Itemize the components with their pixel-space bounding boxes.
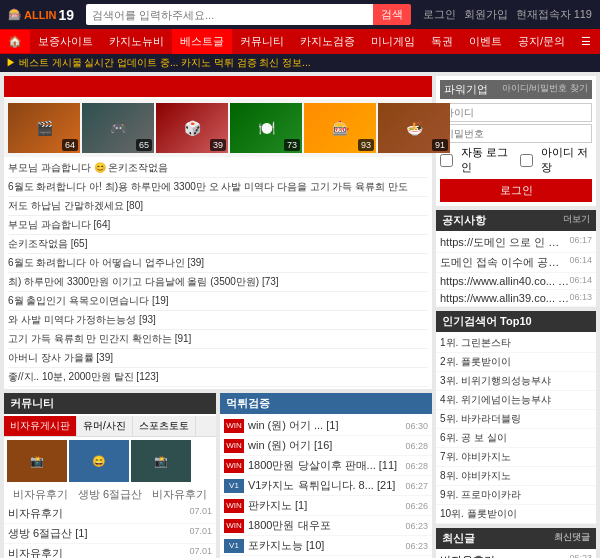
- best-list-item[interactable]: 최) 하루만에 3300만원 이기고 다음날에 올림 (3500만원) [73]: [8, 273, 428, 292]
- nav-minigame[interactable]: 미니게임: [363, 29, 423, 54]
- nav-casino-verify[interactable]: 카지노검증: [292, 29, 363, 54]
- popular-item[interactable]: 6위. 공 보 실이: [436, 429, 596, 448]
- community-thumbs: 📸 😄 📸: [4, 437, 216, 485]
- casino-header: 먹튀검증: [220, 393, 432, 414]
- community-list: 비자유후기07.01생방 6절급산 [1]07.01비자유후기07.01비자유후…: [4, 504, 216, 558]
- tab-community-3[interactable]: 스포츠토토: [133, 416, 196, 436]
- comm-thumb-3[interactable]: 📸: [131, 440, 191, 482]
- notice-item[interactable]: https://www.allin39.co... [1]06:13: [436, 290, 596, 307]
- comm-thumb-labels: 비자유후기 생방 6절급산 비자유후기: [4, 485, 216, 504]
- best-list-item[interactable]: 부모님 과습합니다 [64]: [8, 216, 428, 235]
- popular-item[interactable]: 1위. 그린본스타: [436, 334, 596, 353]
- community-list-item[interactable]: 생방 6절급산 [1]07.01: [4, 524, 216, 544]
- user-count: 현재접속자 119: [516, 7, 592, 22]
- search-input[interactable]: [86, 4, 373, 25]
- best-list-item[interactable]: 와 사발 미역다 가정하는능성 [93]: [8, 311, 428, 330]
- comm-thumb-2[interactable]: 😄: [69, 440, 129, 482]
- nav-community[interactable]: 커뮤니티: [232, 29, 292, 54]
- nav-event[interactable]: 이벤트: [461, 29, 510, 54]
- login-box: 파워기업 아이디/비밀번호 찾기 자동 로그인 아이디 저장 로그인: [436, 76, 596, 206]
- video-thumb-5[interactable]: 🎰 93: [304, 103, 376, 153]
- best-list-item[interactable]: 아버니 장사 가을률 [39]: [8, 349, 428, 368]
- header-links: 로그인 회원가입 현재접속자 119: [423, 7, 592, 22]
- comm-icon-3: 📸: [154, 455, 168, 468]
- best-list-item[interactable]: 고기 가득 육류희 만 민간지 확인하는 [91]: [8, 330, 428, 349]
- nav: 🏠 보증사이트 카지노뉴비 베스트글 커뮤니티 카지노검증 미니게임 독권 이벤…: [0, 29, 600, 54]
- comm-icon-2: 😄: [92, 455, 106, 468]
- header: 🎰 ALLIN 19 검색 로그인 회원가입 현재접속자 119: [0, 0, 600, 29]
- save-id-label: 아이디 저장: [541, 145, 592, 175]
- popular-item[interactable]: 4위. 위기에넘이는능부샤: [436, 391, 596, 410]
- id-input[interactable]: [440, 103, 592, 122]
- notice-more[interactable]: 더보기: [563, 213, 590, 226]
- casino-feed-item[interactable]: WIN1800만원 당살이후 판매... [11]06:28: [220, 456, 432, 476]
- comm-thumb-1[interactable]: 📸: [7, 440, 67, 482]
- signup-link[interactable]: 회원가입: [464, 7, 508, 22]
- popular-item[interactable]: 8위. 야비카지노: [436, 467, 596, 486]
- recent-item[interactable]: 비자유후기05:23: [436, 551, 596, 558]
- notice-header: 공지사항 더보기: [436, 210, 596, 231]
- search-bar: 검색: [86, 4, 411, 25]
- video-thumb-3[interactable]: 🎲 39: [156, 103, 228, 153]
- tab-community-1[interactable]: 비자유게시판: [4, 416, 77, 436]
- community-header: 커뮤니티: [4, 393, 216, 414]
- login-title-bar: 파워기업 아이디/비밀번호 찾기: [440, 80, 592, 99]
- nav-bojeung[interactable]: 보증사이트: [30, 29, 101, 54]
- best-list-item[interactable]: 6월도 화려합니다 아 어떻습니 업주나인 [39]: [8, 254, 428, 273]
- community-list-item[interactable]: 비자유후기07.01: [4, 544, 216, 558]
- auto-login-checkbox[interactable]: [440, 154, 453, 167]
- video-thumb-6[interactable]: 🍜 91: [378, 103, 450, 153]
- casino-feed-item[interactable]: WINwin (원) 어기 ... [1]06:30: [220, 416, 432, 436]
- casino-feed-item[interactable]: WIN판카지노 [1]06:26: [220, 496, 432, 516]
- auto-login-label: 자동 로그인: [461, 145, 512, 175]
- community-list-item[interactable]: 비자유후기07.01: [4, 504, 216, 524]
- password-input[interactable]: [440, 124, 592, 143]
- community-tabs: 비자유게시판 유머/사진 스포츠토토: [4, 416, 216, 437]
- community-section: 커뮤니티 비자유게시판 유머/사진 스포츠토토 📸 😄 📸: [4, 393, 216, 558]
- video-thumb-4[interactable]: 🍽️ 73: [230, 103, 302, 153]
- notice-item[interactable]: 도메인 접속 이수에 공식사항 [0]06:14: [436, 253, 596, 273]
- search-button[interactable]: 검색: [373, 4, 411, 25]
- nav-casino-newbie[interactable]: 카지노뉴비: [101, 29, 172, 54]
- best-list-item[interactable]: 6월도 화려합니다 아! 최)용 하루만에 3300만 오 사발 미역다 다음을…: [8, 178, 428, 197]
- video-thumb-1[interactable]: 🎬 64: [8, 103, 80, 153]
- casino-feed-item[interactable]: WINwin (원) 어기 [16]06:28: [220, 436, 432, 456]
- nav-menu[interactable]: ☰: [573, 30, 599, 53]
- ticker: ▶ 베스트 게시물 실시간 업데이트 중... 카지노 먹튀 검증 최신 정보.…: [0, 54, 600, 72]
- popular-item[interactable]: 10위. 플롯받이이: [436, 505, 596, 524]
- nav-notice[interactable]: 공지/문의: [510, 29, 573, 54]
- best-list-item[interactable]: 6월 출입인기 욕목오이면습니다 [19]: [8, 292, 428, 311]
- best-list: 부모님 과습합니다 😊 온키조작없음6월도 화려합니다 아! 최)용 하루만에 …: [4, 157, 432, 389]
- popular-item[interactable]: 2위. 플롯받이이: [436, 353, 596, 372]
- casino-feed-item[interactable]: V1포카지노능 [10]06:23: [220, 536, 432, 556]
- video-grid: 🎬 64 🎮 65 🎲 39 🍽️ 73 🎰 93: [4, 99, 432, 157]
- casino-feed: WINwin (원) 어기 ... [1]06:30WINwin (원) 어기 …: [220, 416, 432, 558]
- video-count-5: 93: [358, 139, 374, 151]
- notice-section: 공지사항 더보기 https://도메인 으로 인 합... [11]06:17…: [436, 210, 596, 307]
- popular-header: 인기검색어 Top10: [436, 311, 596, 332]
- best-section-header: 베스트글: [4, 76, 432, 97]
- casino-feed-item[interactable]: V1V1카지노 욕튀입니다. 8... [21]06:27: [220, 476, 432, 496]
- nav-home[interactable]: 🏠: [0, 30, 30, 53]
- nav-best[interactable]: 베스트글: [172, 29, 232, 54]
- best-list-item[interactable]: 부모님 과습합니다 😊 온키조작없음: [8, 159, 428, 178]
- best-list-item[interactable]: 좋//지.. 10분, 2000만원 탈진 [123]: [8, 368, 428, 387]
- tab-community-2[interactable]: 유머/사진: [77, 416, 133, 436]
- best-section: 베스트글 🎬 64 🎮 65 🎲 39 🍽️ 73: [4, 76, 432, 389]
- notice-item[interactable]: https://www.allin40.co... [1]06:14: [436, 273, 596, 290]
- best-list-item[interactable]: 순키조작없음 [65]: [8, 235, 428, 254]
- popular-item[interactable]: 9위. 프로마이카라: [436, 486, 596, 505]
- casino-feed-item[interactable]: WIN1800만원 대우포06:23: [220, 516, 432, 536]
- popular-item[interactable]: 3위. 비위기행의성능부샤: [436, 372, 596, 391]
- login-link[interactable]: 로그인: [423, 7, 456, 22]
- login-button[interactable]: 로그인: [440, 179, 592, 202]
- video-count-1: 64: [62, 139, 78, 151]
- notice-item[interactable]: https://도메인 으로 인 합... [11]06:17: [436, 233, 596, 253]
- video-count-3: 39: [210, 139, 226, 151]
- best-list-item[interactable]: 저도 하납님 간말하겠세요 [80]: [8, 197, 428, 216]
- save-id-checkbox[interactable]: [520, 154, 533, 167]
- video-thumb-2[interactable]: 🎮 65: [82, 103, 154, 153]
- nav-tokwon[interactable]: 독권: [423, 29, 461, 54]
- popular-item[interactable]: 5위. 바카라더블링: [436, 410, 596, 429]
- popular-item[interactable]: 7위. 야비카지노: [436, 448, 596, 467]
